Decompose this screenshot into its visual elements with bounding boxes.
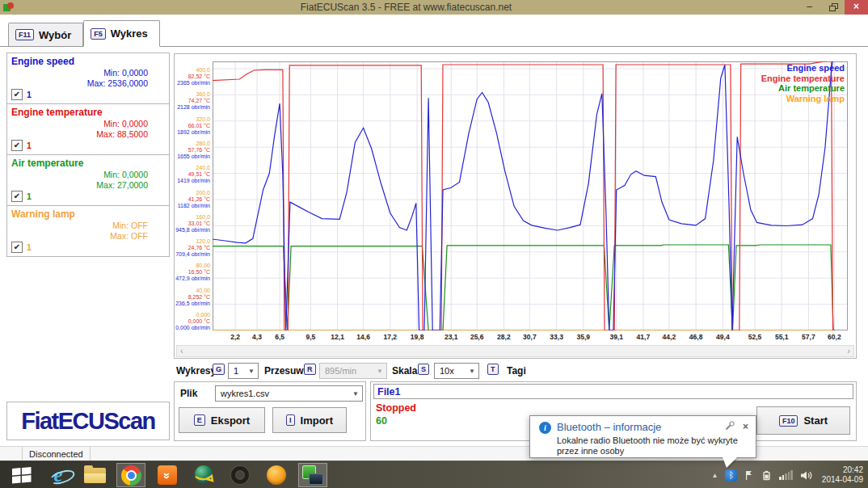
minimize-button[interactable]: – xyxy=(798,0,821,15)
y-axis-label-group: 0,000 0,000 °C 0,000 obr/min xyxy=(175,312,210,331)
chart-plot[interactable] xyxy=(213,61,848,330)
g-key-badge: G xyxy=(213,364,225,375)
tabstrip: F11 Wybór F5 Wykres xyxy=(0,15,868,47)
signal-min: Min: 0,0000 xyxy=(87,68,148,78)
signal-min: Min: 0,0000 xyxy=(96,170,148,180)
signal-checkbox[interactable]: ✔ xyxy=(11,140,23,151)
app-icon[interactable] xyxy=(3,2,15,13)
przesuw-select[interactable]: 895/min ▼ xyxy=(319,363,387,379)
taskbar-download-manager-icon[interactable]: » xyxy=(153,463,182,487)
y-axis-label-group: 360,0 74,27 °C 2128 obr/min xyxy=(175,91,210,111)
x-axis-tick: 39,1 xyxy=(602,333,631,341)
t-key-badge: T xyxy=(487,364,499,375)
taskbar-clock[interactable]: 20:42 2014-04-09 xyxy=(822,465,863,485)
x-axis-tick: 12,1 xyxy=(323,333,352,341)
signal-checkbox[interactable]: ✔ xyxy=(11,89,23,100)
y-axis-label-group: 280,0 57,76 °C 1655 obr/min xyxy=(175,141,210,160)
signal-panel-engine-temperature: Engine temperature Min: 0,0000 Max: 88,5… xyxy=(6,103,170,155)
file-select[interactable]: wykres1.csv ▼ xyxy=(215,385,363,402)
skala-select[interactable]: 10x ▼ xyxy=(434,363,479,379)
x-axis-tick: 2,2 xyxy=(221,333,250,341)
tray-action-center-flag-icon[interactable] xyxy=(744,470,754,481)
tab-wykres-label: Wykres xyxy=(111,27,148,40)
taskbar-orange-app-icon[interactable] xyxy=(262,463,291,487)
signal-checkbox[interactable]: ✔ xyxy=(11,191,23,202)
x-axis-tick: 23,1 xyxy=(436,333,466,341)
signal-checkbox[interactable]: ✔ xyxy=(11,242,23,253)
counter-value: 60 xyxy=(376,415,387,427)
x-axis-tick: 14,6 xyxy=(349,333,378,341)
close-button[interactable]: × xyxy=(845,0,868,15)
x-axis-tick: 19,8 xyxy=(402,333,432,341)
tab-wybor[interactable]: F11 Wybór xyxy=(8,23,83,46)
wykresy-select[interactable]: 1 ▼ xyxy=(228,363,259,379)
tray-battery-icon[interactable] xyxy=(761,470,772,481)
connection-status: Disconnected xyxy=(23,447,91,461)
y-axis-label-group: 200,0 41,26 °C 1182 obr/min xyxy=(175,190,210,209)
status-cell-empty xyxy=(0,447,23,461)
titlebar: FiatECUScan 3.5 - FREE at www.fiatecusca… xyxy=(0,0,868,15)
tray-volume-icon[interactable] xyxy=(800,470,812,481)
e-key-badge: E xyxy=(194,414,205,426)
eksport-button[interactable]: E Eksport xyxy=(179,407,265,433)
x-axis-tick: 6,5 xyxy=(265,333,294,341)
signal-max: Max: 2536,0000 xyxy=(87,78,148,89)
signal-channel-label: 1 xyxy=(27,90,32,99)
status-text: Stopped xyxy=(376,402,416,414)
notification-title: Bluetooth – informacje xyxy=(557,421,661,433)
scroll-left-arrow-icon[interactable]: ‹ xyxy=(177,346,187,356)
tray-hidden-icons-chevron-icon[interactable]: ▲ xyxy=(711,472,718,479)
taskbar-file-explorer-icon[interactable] xyxy=(80,463,109,487)
tray-network-signal-icon[interactable] xyxy=(779,470,793,480)
taskbar-internet-explorer-icon[interactable]: e xyxy=(44,463,73,487)
tray-bluetooth-icon[interactable]: ᛒ xyxy=(725,469,737,482)
file-name-input[interactable] xyxy=(373,384,853,399)
chart-controls: Wykresy G 1 ▼ Przesuw R 895/min ▼ Skala … xyxy=(0,361,868,382)
x-axis-tick: 17,2 xyxy=(376,333,405,341)
import-button[interactable]: I Import xyxy=(272,407,347,433)
y-axis-label-group: 40,00 8,252 °C 236,5 obr/min xyxy=(175,288,210,307)
settings-wrench-icon[interactable] xyxy=(726,423,732,430)
x-axis-tick: 49,4 xyxy=(708,333,737,341)
x-axis-tick: 60,2 xyxy=(820,333,849,341)
signal-name: Engine speed xyxy=(7,53,169,67)
skala-label: Skala xyxy=(392,365,417,377)
signal-panel-warning-lamp: Warning lamp Min: OFF Max: OFF ✔ 1 xyxy=(6,205,170,257)
przesuw-label: Przesuw xyxy=(264,365,304,377)
scroll-right-arrow-icon[interactable]: › xyxy=(844,346,853,356)
taskbar-fiatecuscan-icon[interactable] xyxy=(298,463,327,487)
x-axis-tick: 25,6 xyxy=(462,333,491,341)
close-icon[interactable]: × xyxy=(743,423,748,431)
start-label: Start xyxy=(803,414,828,427)
skala-value: 10x xyxy=(440,366,454,376)
tab-wykres[interactable]: F5 Wykres xyxy=(83,20,160,47)
x-axis-tick: 33,3 xyxy=(542,333,571,341)
wykresy-value: 1 xyxy=(234,366,238,376)
restore-button[interactable] xyxy=(821,0,845,15)
y-axis-labels: 400,0 82,52 °C 2365 obr/min 360,0 74,27 … xyxy=(175,54,211,349)
screen: FiatECUScan 3.5 - FREE at www.fiatecusca… xyxy=(0,0,868,488)
series-air-temperature xyxy=(213,245,836,330)
x-axis-tick: 4,3 xyxy=(242,333,272,341)
x-axis-tick: 30,7 xyxy=(515,333,544,341)
taskbar-start-icon[interactable] xyxy=(7,463,36,487)
signal-max: Max: 88,5000 xyxy=(96,129,148,140)
y-axis-label-group: 320,0 66,01 °C 1892 obr/min xyxy=(175,116,210,136)
window-title: FiatECUScan 3.5 - FREE at www.fiatecusca… xyxy=(15,2,798,13)
clock-time: 20:42 xyxy=(843,465,863,474)
taskbar-chrome-icon[interactable] xyxy=(116,463,145,487)
tab-content: Engine speed Min: 0,0000 Max: 2536,0000 … xyxy=(0,47,868,446)
chart-scrollbar[interactable]: ‹ › xyxy=(176,345,854,357)
f11-key-badge: F11 xyxy=(15,29,34,40)
start-button[interactable]: F10 Start xyxy=(756,406,850,435)
y-axis-label-group: 160,0 33,01 °C 945,8 obr/min xyxy=(175,214,210,233)
chevron-down-icon: ▼ xyxy=(469,368,475,375)
taskbar-globe-browser-icon[interactable] xyxy=(189,463,218,487)
przesuw-value: 895/min xyxy=(325,366,356,376)
logo-text: FiatECUScan xyxy=(21,408,155,435)
taskbar-ring-app-icon[interactable] xyxy=(225,463,255,487)
f10-key-badge: F10 xyxy=(779,415,798,427)
logo-panel: FiatECUScan xyxy=(6,402,170,440)
s-key-badge: S xyxy=(418,364,429,375)
signal-panel-air-temperature: Air temperature Min: 0,0000 Max: 27,0000… xyxy=(6,154,170,206)
